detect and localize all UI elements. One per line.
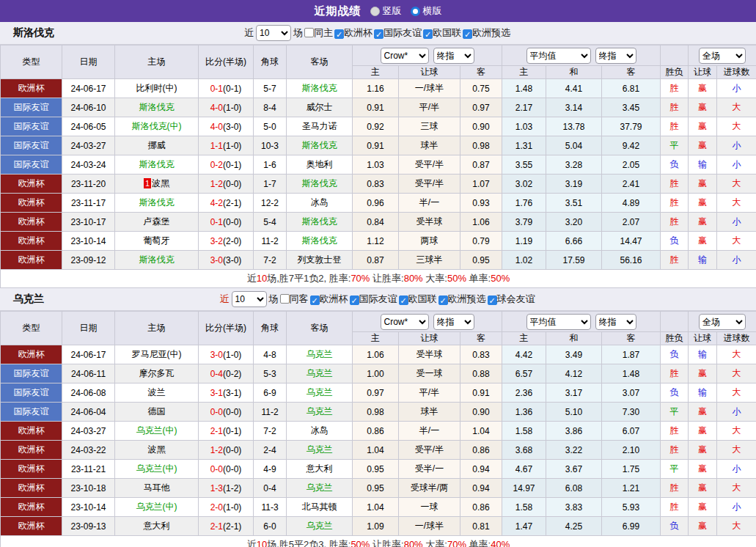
average-source-header: 平均值终指 xyxy=(502,45,661,66)
away-odds-cell: 1.04 xyxy=(460,422,502,441)
filter-same-venue-label: 同主 xyxy=(314,27,333,38)
section-filterbar: 乌克兰 近10场同客✓欧洲杯✓国际友谊✓欧国联✓欧洲预选✓球会友谊 xyxy=(0,288,756,311)
final-index-select[interactable]: 终指 xyxy=(433,48,474,64)
avg-draw-cell: 3.86 xyxy=(546,422,602,441)
average-source-header: 平均值终指 xyxy=(502,312,661,332)
date-cell: 23-10-18 xyxy=(62,479,115,498)
halftime-score: (0-1) xyxy=(223,84,241,94)
checkbox-checked-icon[interactable]: ✓ xyxy=(438,295,448,305)
radio-selected-icon[interactable] xyxy=(370,7,380,16)
result-goals-cell: 大 xyxy=(717,364,756,383)
team-label: 斯洛伐克(中) xyxy=(132,121,182,131)
home-team-cell: 乌克兰(中) xyxy=(115,498,199,517)
checkbox-checked-icon[interactable]: ✓ xyxy=(310,295,320,305)
competition-type-cell: 欧洲杯 xyxy=(1,498,62,517)
match-row: 国际友谊24-06-04德国0-0(0-0)11-2乌克兰0.98球半0.901… xyxy=(1,403,756,422)
away-team-cell: 斯洛伐克 xyxy=(287,175,353,194)
final-index-select[interactable]: 终指 xyxy=(595,48,636,64)
filter-games-label: 场 xyxy=(293,27,303,38)
score-cell: 3-0(3-0) xyxy=(199,251,254,270)
home-team-cell: 挪威 xyxy=(115,136,199,155)
team-label: 斯洛伐克 xyxy=(139,254,175,265)
away-team-cell: 北马其顿 xyxy=(287,498,353,517)
home-odds-cell: 1.12 xyxy=(353,232,399,251)
match-count-select[interactable]: 10 xyxy=(256,25,291,41)
date-cell: 24-03-22 xyxy=(62,441,115,460)
bookmaker-select[interactable]: Crow* xyxy=(381,314,429,330)
home-odds-cell: 0.96 xyxy=(353,194,399,213)
summary-segment: 大率: xyxy=(423,539,447,547)
handicap-cell: 一球 xyxy=(399,498,460,517)
match-count-select[interactable]: 10 xyxy=(232,291,267,307)
home-team-cell: 罗马尼亚(中) xyxy=(115,345,199,364)
radio-horizontal-layout[interactable]: 横版 xyxy=(411,4,442,18)
result-handicap-cell: 赢 xyxy=(689,422,717,441)
avg-home-cell: 1.48 xyxy=(502,79,546,98)
away-team-cell: 乌克兰 xyxy=(287,479,353,498)
period-select[interactable]: 全场 xyxy=(699,48,746,64)
competition-type-cell: 欧洲杯 xyxy=(1,460,62,479)
filter-competition-label: 欧国联 xyxy=(433,27,461,38)
team-label: 斯洛伐克 xyxy=(139,102,175,112)
result-handicap-cell: 赢 xyxy=(689,98,717,117)
checkbox-checked-icon[interactable]: ✓ xyxy=(399,295,408,305)
filter-competition-label: 球会友谊 xyxy=(497,293,535,304)
away-odds-cell: 0.91 xyxy=(460,383,502,403)
checkbox-unchecked-icon[interactable] xyxy=(304,28,314,37)
home-odds-cell: 1.04 xyxy=(353,498,399,517)
date-cell: 24-06-17 xyxy=(62,345,115,364)
average-select[interactable]: 平均值 xyxy=(526,314,591,330)
checkbox-checked-icon[interactable]: ✓ xyxy=(423,29,433,39)
home-odds-cell: 1.03 xyxy=(353,155,399,175)
filter-competition-label: 国际友谊 xyxy=(359,293,397,304)
team-label: 乌克兰(中) xyxy=(136,463,177,474)
fulltime-score: 1-2 xyxy=(210,445,223,455)
checkbox-checked-icon[interactable]: ✓ xyxy=(488,295,497,305)
home-odds-cell: 0.84 xyxy=(353,213,399,232)
summary-row: 近10场,胜5平2负3, 胜率:50% 让胜率:80% 大率:70% 单率:40… xyxy=(1,536,756,547)
checkbox-checked-icon[interactable]: ✓ xyxy=(334,29,344,39)
radio-unselected-icon[interactable] xyxy=(411,7,420,16)
result-goals-cell: 大 xyxy=(717,117,756,136)
result-wl-cell: 胜 xyxy=(661,79,689,98)
handicap-cell: 受一球 xyxy=(399,364,460,383)
corner-cell: 12-2 xyxy=(254,194,287,213)
checkbox-checked-icon[interactable]: ✓ xyxy=(350,295,359,305)
away-team-cell: 奥地利 xyxy=(287,155,353,175)
final-index-select[interactable]: 终指 xyxy=(433,314,474,330)
checkbox-checked-icon[interactable]: ✓ xyxy=(463,29,472,39)
team-label: 斯洛伐克 xyxy=(302,178,337,188)
home-team-cell: 卢森堡 xyxy=(115,213,199,232)
team-label: 斯洛伐克 xyxy=(302,140,337,150)
team-label: 乌克兰 xyxy=(307,349,333,359)
final-index-select[interactable]: 终指 xyxy=(595,314,636,330)
avg-home-cell: 1.03 xyxy=(502,117,546,136)
home-odds-cell: 1.06 xyxy=(353,345,399,364)
corner-cell: 5-4 xyxy=(254,213,287,232)
match-row: 国际友谊24-03-27挪威1-1(1-0)10-3斯洛伐克0.91球半0.98… xyxy=(1,136,756,155)
date-cell: 24-03-27 xyxy=(62,136,115,155)
radio-vertical-layout[interactable]: 竖版 xyxy=(370,4,402,18)
period-select[interactable]: 全场 xyxy=(699,314,746,330)
result-goals-cell: 大 xyxy=(717,517,756,536)
match-row: 国际友谊24-06-10斯洛伐克4-0(1-0)8-4威尔士0.91平/半0.9… xyxy=(1,98,756,117)
checkbox-checked-icon[interactable]: ✓ xyxy=(374,29,383,39)
average-select[interactable]: 平均值 xyxy=(526,48,591,64)
avg-home-cell: 1.36 xyxy=(502,403,546,422)
team-label: 斯洛伐克 xyxy=(302,235,337,246)
competition-type-cell: 欧洲杯 xyxy=(1,251,62,270)
home-odds-cell: 1.04 xyxy=(353,441,399,460)
result-wl-cell: 负 xyxy=(661,383,689,403)
bookmaker-select[interactable]: Crow* xyxy=(381,48,429,64)
away-team-cell: 斯洛伐克 xyxy=(287,232,353,251)
match-row: 欧洲杯23-10-18马耳他1-3(1-2)0-4乌克兰0.95受球半/两0.9… xyxy=(1,479,756,498)
match-row: 欧洲杯23-09-13意大利2-1(2-1)6-0乌克兰1.09一/球半0.81… xyxy=(1,517,756,536)
home-odds-cell: 0.91 xyxy=(353,136,399,155)
away-odds-cell: 0.97 xyxy=(460,98,502,117)
column-subheader: 客 xyxy=(460,66,502,79)
fulltime-score: 3-0 xyxy=(210,350,223,360)
score-cell: 1-2(0-0) xyxy=(199,175,254,194)
filter-controls: 近10场同主✓欧洲杯✓国际友谊✓欧国联✓欧洲预选 xyxy=(244,25,512,41)
summary-segment: 80% xyxy=(404,273,423,284)
checkbox-unchecked-icon[interactable] xyxy=(280,294,290,304)
